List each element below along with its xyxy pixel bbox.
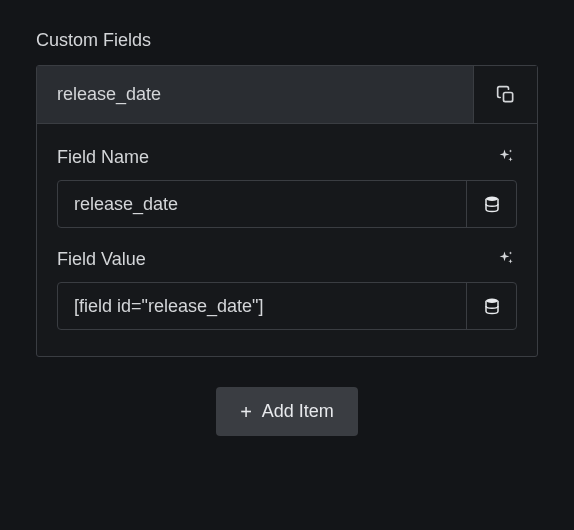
field-value-input-row bbox=[57, 282, 517, 330]
section-title: Custom Fields bbox=[36, 30, 538, 51]
field-name-database-button[interactable] bbox=[466, 181, 516, 227]
add-item-row: + Add Item bbox=[36, 387, 538, 436]
sparkle-icon bbox=[497, 148, 515, 166]
field-value-label: Field Value bbox=[57, 249, 146, 270]
svg-point-1 bbox=[486, 197, 498, 202]
add-item-button[interactable]: + Add Item bbox=[216, 387, 358, 436]
item-header: release_date bbox=[37, 66, 537, 124]
plus-icon: + bbox=[240, 402, 252, 422]
field-value-sparkle-button[interactable] bbox=[495, 248, 517, 270]
field-name-input[interactable] bbox=[58, 181, 466, 227]
field-value-group: Field Value bbox=[57, 248, 517, 330]
sparkle-icon bbox=[497, 250, 515, 268]
item-body: Field Name bbox=[37, 124, 537, 356]
copy-icon bbox=[496, 85, 516, 105]
field-value-input[interactable] bbox=[58, 283, 466, 329]
copy-button[interactable] bbox=[473, 66, 537, 123]
svg-point-2 bbox=[486, 299, 498, 304]
svg-rect-0 bbox=[503, 92, 512, 101]
field-name-sparkle-button[interactable] bbox=[495, 146, 517, 168]
add-item-label: Add Item bbox=[262, 401, 334, 422]
field-name-group: Field Name bbox=[57, 146, 517, 228]
item-header-title: release_date bbox=[37, 66, 473, 123]
database-icon bbox=[483, 297, 501, 315]
custom-fields-section: Custom Fields release_date Field Name bbox=[36, 30, 538, 436]
field-value-database-button[interactable] bbox=[466, 283, 516, 329]
database-icon bbox=[483, 195, 501, 213]
custom-field-item: release_date Field Name bbox=[36, 65, 538, 357]
field-name-input-row bbox=[57, 180, 517, 228]
field-name-label-row: Field Name bbox=[57, 146, 517, 168]
field-value-label-row: Field Value bbox=[57, 248, 517, 270]
field-name-label: Field Name bbox=[57, 147, 149, 168]
